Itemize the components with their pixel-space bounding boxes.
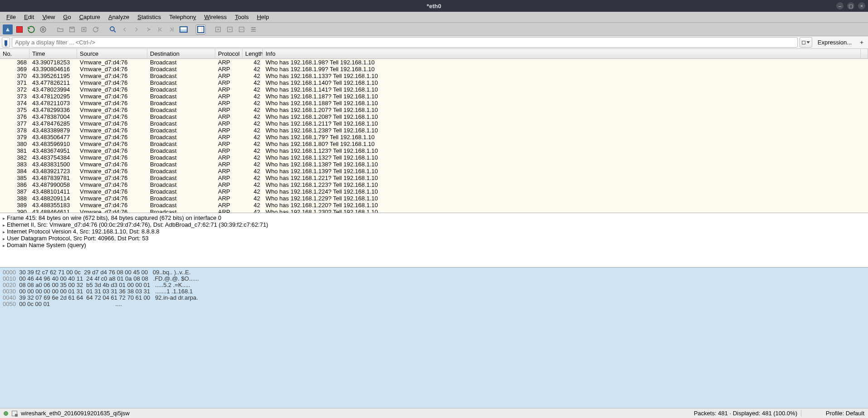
packet-bytes[interactable]: 0000 30 39 f2 c7 62 71 00 0c 29 d7 d4 76… bbox=[0, 267, 868, 408]
menu-go[interactable]: Go bbox=[59, 12, 74, 22]
column-no[interactable]: No. bbox=[0, 49, 29, 58]
bytes-row[interactable]: 0000 30 39 f2 c7 62 71 00 0c 29 d7 d4 76… bbox=[3, 269, 865, 276]
svg-rect-9 bbox=[239, 27, 244, 32]
packet-row[interactable]: 38643.487990058Vmware_d7:d4:76BroadcastA… bbox=[0, 181, 868, 188]
packet-row[interactable]: 37843.483389879Vmware_d7:d4:76BroadcastA… bbox=[0, 127, 868, 134]
svg-point-6 bbox=[150, 29, 150, 29]
titlebar: *eth0 – ▢ × bbox=[0, 0, 868, 12]
menu-telephony[interactable]: Telephony bbox=[165, 12, 199, 22]
packet-row[interactable]: 36843.390718253Vmware_d7:d4:76BroadcastA… bbox=[0, 59, 868, 66]
packet-row[interactable]: 38143.483674951Vmware_d7:d4:76BroadcastA… bbox=[0, 147, 868, 154]
expert-info-icon[interactable] bbox=[4, 411, 8, 416]
packet-row[interactable]: 37143.477826211Vmware_d7:d4:76BroadcastA… bbox=[0, 79, 868, 86]
open-file-button[interactable] bbox=[55, 24, 65, 34]
menu-help[interactable]: Help bbox=[253, 12, 273, 22]
bytes-row[interactable]: 0020 08 08 a0 06 00 35 00 32 b5 3d 4b d3… bbox=[3, 282, 865, 288]
packet-row[interactable]: 37643.478387004Vmware_d7:d4:76BroadcastA… bbox=[0, 113, 868, 120]
packet-row[interactable]: 38043.483596910Vmware_d7:d4:76BroadcastA… bbox=[0, 141, 868, 147]
reload-button[interactable] bbox=[91, 24, 101, 34]
window-title: *eth0 bbox=[427, 3, 441, 10]
menu-view[interactable]: View bbox=[39, 12, 58, 22]
packet-row[interactable]: 37943.483506477Vmware_d7:d4:76BroadcastA… bbox=[0, 134, 868, 141]
packet-row[interactable]: 38843.488209114Vmware_d7:d4:76BroadcastA… bbox=[0, 195, 868, 202]
packet-row[interactable]: 38243.483754384Vmware_d7:d4:76BroadcastA… bbox=[0, 154, 868, 161]
go-back-button[interactable] bbox=[120, 24, 130, 34]
menu-statistics[interactable]: Statistics bbox=[134, 12, 165, 22]
column-destination[interactable]: Destination bbox=[147, 49, 215, 58]
find-packet-button[interactable] bbox=[108, 24, 118, 34]
packet-row[interactable]: 37343.478120295Vmware_d7:d4:76BroadcastA… bbox=[0, 93, 868, 100]
packet-row[interactable]: 37043.395261195Vmware_d7:d4:76BroadcastA… bbox=[0, 73, 868, 79]
packet-row[interactable]: 37743.478476285Vmware_d7:d4:76BroadcastA… bbox=[0, 120, 868, 127]
bytes-row[interactable]: 0050 00 0c 00 01 .... bbox=[3, 301, 865, 307]
colorize-button[interactable] bbox=[196, 24, 206, 34]
packet-row[interactable]: 37243.478023994Vmware_d7:d4:76BroadcastA… bbox=[0, 86, 868, 93]
svg-rect-3 bbox=[71, 27, 73, 28]
packet-row[interactable]: 36943.390804616Vmware_d7:d4:76BroadcastA… bbox=[0, 66, 868, 73]
menu-capture[interactable]: Capture bbox=[76, 12, 104, 22]
column-length[interactable]: Length bbox=[242, 49, 263, 58]
packet-row[interactable]: 39043.488464611Vmware_d7:d4:76BroadcastA… bbox=[0, 209, 868, 213]
packet-row[interactable]: 38743.488101411Vmware_d7:d4:76BroadcastA… bbox=[0, 188, 868, 195]
close-file-button[interactable] bbox=[79, 24, 89, 34]
go-to-packet-button[interactable] bbox=[143, 24, 153, 34]
start-capture-button[interactable] bbox=[3, 24, 13, 34]
restart-capture-button[interactable] bbox=[26, 24, 36, 34]
packet-row[interactable]: 37443.478211073Vmware_d7:d4:76BroadcastA… bbox=[0, 100, 868, 107]
column-info[interactable]: Info bbox=[263, 49, 861, 58]
status-stats: Packets: 481 · Displayed: 481 (100.0%) bbox=[694, 410, 797, 417]
packet-list[interactable]: 36843.390718253Vmware_d7:d4:76BroadcastA… bbox=[0, 59, 868, 213]
column-source[interactable]: Source bbox=[77, 49, 147, 58]
window-controls: – ▢ × bbox=[836, 2, 865, 10]
packet-details[interactable]: Frame 415: 84 bytes on wire (672 bits), … bbox=[0, 213, 868, 267]
statusbar: wireshark_eth0_20160919201635_qi5jsw Pac… bbox=[0, 408, 868, 418]
minimize-button[interactable]: – bbox=[836, 2, 844, 10]
zoom-out-button[interactable] bbox=[225, 24, 235, 34]
zoom-in-button[interactable] bbox=[213, 24, 223, 34]
zoom-reset-button[interactable] bbox=[237, 24, 247, 34]
add-filter-button[interactable]: + bbox=[857, 37, 866, 48]
detail-node[interactable]: User Datagram Protocol, Src Port: 40966,… bbox=[3, 235, 865, 242]
filter-dropdown-button[interactable] bbox=[800, 37, 812, 48]
menu-edit[interactable]: Edit bbox=[20, 12, 38, 22]
close-button[interactable]: × bbox=[858, 2, 865, 10]
packet-row[interactable]: 38543.487839781Vmware_d7:d4:76BroadcastA… bbox=[0, 175, 868, 181]
detail-node[interactable]: Domain Name System (query) bbox=[3, 242, 865, 249]
packet-row[interactable]: 37543.478299336Vmware_d7:d4:76BroadcastA… bbox=[0, 107, 868, 113]
menu-file[interactable]: File bbox=[3, 12, 19, 22]
detail-node[interactable]: Internet Protocol Version 4, Src: 192.16… bbox=[3, 228, 865, 235]
last-packet-button[interactable] bbox=[167, 24, 177, 34]
bytes-row[interactable]: 0010 00 46 44 96 40 00 40 11 24 4f c0 a8… bbox=[3, 276, 865, 282]
first-packet-button[interactable] bbox=[155, 24, 165, 34]
detail-node[interactable]: Frame 415: 84 bytes on wire (672 bits), … bbox=[3, 215, 865, 222]
column-time[interactable]: Time bbox=[29, 49, 77, 58]
bytes-row[interactable]: 0030 00 00 00 00 00 00 01 31 01 31 03 31… bbox=[3, 288, 865, 295]
status-file: wireshark_eth0_20160919201635_qi5jsw bbox=[21, 410, 690, 417]
svg-point-0 bbox=[42, 29, 44, 30]
menu-analyze[interactable]: Analyze bbox=[105, 12, 133, 22]
packet-list-header: No. Time Source Destination Protocol Len… bbox=[0, 49, 868, 59]
stop-capture-button[interactable] bbox=[15, 24, 24, 34]
svg-point-1 bbox=[40, 27, 46, 32]
autoscroll-button[interactable] bbox=[179, 24, 189, 34]
save-file-button[interactable] bbox=[67, 24, 77, 34]
packet-row[interactable]: 38343.483831500Vmware_d7:d4:76BroadcastA… bbox=[0, 161, 868, 168]
resize-columns-button[interactable] bbox=[248, 24, 258, 34]
detail-node[interactable]: Ethernet II, Src: Vmware_d7:d4:76 (00:0c… bbox=[3, 222, 865, 228]
display-filter-input[interactable] bbox=[12, 37, 798, 48]
go-forward-button[interactable] bbox=[131, 24, 141, 34]
maximize-button[interactable]: ▢ bbox=[847, 2, 854, 10]
column-protocol[interactable]: Protocol bbox=[215, 49, 242, 58]
packet-row[interactable]: 38443.483921723Vmware_d7:d4:76BroadcastA… bbox=[0, 168, 868, 175]
menu-tools[interactable]: Tools bbox=[231, 12, 252, 22]
filterbar: Expression... + bbox=[0, 36, 868, 49]
expression-button[interactable]: Expression... bbox=[814, 37, 855, 48]
capture-file-properties-icon[interactable] bbox=[12, 411, 17, 416]
capture-options-button[interactable] bbox=[38, 24, 48, 34]
menu-wireless[interactable]: Wireless bbox=[201, 12, 231, 22]
bytes-row[interactable]: 0040 39 32 07 69 6e 2d 61 64 64 72 04 61… bbox=[3, 295, 865, 301]
packet-row[interactable]: 38943.488355183Vmware_d7:d4:76BroadcastA… bbox=[0, 202, 868, 209]
svg-rect-2 bbox=[70, 27, 75, 32]
status-profile[interactable]: Profile: Default bbox=[801, 410, 864, 417]
filter-bookmark-button[interactable] bbox=[2, 37, 10, 48]
